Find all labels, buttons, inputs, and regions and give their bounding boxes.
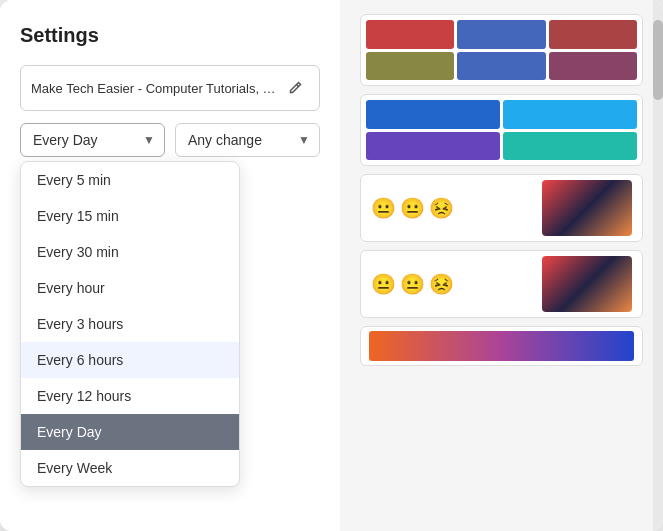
dropdown-item-every-3-hours[interactable]: Every 3 hours [21,306,239,342]
emoji-neutral-3: 😐 [371,272,396,296]
dropdown-item-every-6-hours[interactable]: Every 6 hours [21,342,239,378]
thumbnail-5 [360,326,643,366]
emoji-row-3: 😐 😐 😣 [371,196,454,220]
thumb-block [366,20,454,49]
thumb-block [549,52,637,81]
thumbnail-4: 😐 😐 😣 [360,250,643,318]
thumb-block [503,100,637,129]
thumb-block [366,100,500,129]
thumb-block [549,20,637,49]
thumb-block [366,52,454,81]
thumbnails-panel: 😐 😐 😣 😐 😐 😣 [340,0,663,531]
emoji-row-4: 😐 😐 😣 [371,272,454,296]
thumb-block [366,132,500,161]
thumb-block [457,20,545,49]
emoji-sad: 😣 [429,196,454,220]
frequency-dropdown-menu: Every 5 min Every 15 min Every 30 min Ev… [20,161,240,487]
change-select[interactable]: Any change [175,123,320,157]
thumbnail-3: 😐 😐 😣 [360,174,643,242]
dropdown-item-every-hour[interactable]: Every hour [21,270,239,306]
thumb-block [457,52,545,81]
thumb-block [503,132,637,161]
emoji-neutral-4: 😐 [400,272,425,296]
main-window: Settings Make Tech Easier - Computer Tut… [0,0,663,531]
settings-panel: Settings Make Tech Easier - Computer Tut… [0,0,340,531]
change-wrapper: Any change ▼ [175,123,320,157]
settings-title: Settings [20,24,320,47]
dropdown-item-every-5-min[interactable]: Every 5 min [21,162,239,198]
edit-icon[interactable] [281,74,309,102]
frequency-select[interactable]: Every Day [20,123,165,157]
dropdown-item-every-day[interactable]: Every Day [21,414,239,450]
url-display: Make Tech Easier - Computer Tutorials, T… [31,81,281,96]
dropdown-item-every-week[interactable]: Every Week [21,450,239,486]
thumb-gradient-5 [369,331,634,361]
scroll-thumb[interactable] [653,20,663,100]
frequency-wrapper: Every Day ▼ Every 5 min Every 15 min Eve… [20,123,165,157]
thumb-image-4 [542,256,632,312]
thumb-image-3 [542,180,632,236]
dropdown-item-every-30-min[interactable]: Every 30 min [21,234,239,270]
emoji-neutral-2: 😐 [400,196,425,220]
scroll-track [653,0,663,531]
emoji-neutral-1: 😐 [371,196,396,220]
emoji-sad-2: 😣 [429,272,454,296]
dropdown-item-every-15-min[interactable]: Every 15 min [21,198,239,234]
dropdown-item-every-12-hours[interactable]: Every 12 hours [21,378,239,414]
thumbnail-1 [360,14,643,86]
dropdowns-row: Every Day ▼ Every 5 min Every 15 min Eve… [20,123,320,157]
url-row: Make Tech Easier - Computer Tutorials, T… [20,65,320,111]
thumbnail-2 [360,94,643,166]
